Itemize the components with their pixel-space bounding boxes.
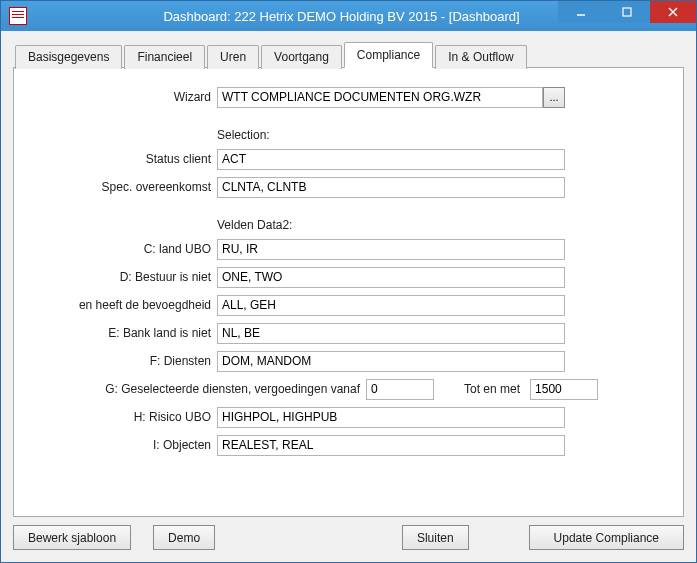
g-vanaf-label: G: Geselecteerde diensten, vergoedingen …: [36, 382, 366, 396]
update-compliance-button[interactable]: Update Compliance: [529, 525, 684, 550]
window-buttons: [558, 1, 696, 23]
g-tot-input[interactable]: [530, 379, 598, 400]
d-bestuur-label: D: Bestuur is niet: [36, 270, 217, 284]
tab-in-outflow[interactable]: In & Outflow: [435, 45, 526, 69]
wizard-input[interactable]: [217, 87, 543, 108]
tab-financieel[interactable]: Financieel: [124, 45, 205, 69]
h-risico-input[interactable]: [217, 407, 565, 428]
app-window: Dashboard: 222 Hetrix DEMO Holding BV 20…: [0, 0, 697, 563]
d-bevoegdheid-label: en heeft de bevoegdheid: [36, 298, 217, 312]
tab-voortgang[interactable]: Voortgang: [261, 45, 342, 69]
c-land-ubo-input[interactable]: [217, 239, 565, 260]
d-bevoegdheid-input[interactable]: [217, 295, 565, 316]
minimize-icon: [576, 7, 586, 17]
client-area: Basisgegevens Financieel Uren Voortgang …: [1, 31, 696, 562]
status-client-label: Status client: [36, 152, 217, 166]
e-bankland-input[interactable]: [217, 323, 565, 344]
svg-rect-1: [623, 8, 631, 16]
i-objecten-label: I: Objecten: [36, 438, 217, 452]
tab-compliance[interactable]: Compliance: [344, 42, 433, 68]
d-bestuur-input[interactable]: [217, 267, 565, 288]
wizard-label: Wizard: [36, 90, 217, 104]
h-risico-label: H: Risico UBO: [36, 410, 217, 424]
demo-button[interactable]: Demo: [153, 525, 215, 550]
tabstrip: Basisgegevens Financieel Uren Voortgang …: [15, 41, 684, 67]
wizard-browse-button[interactable]: ...: [543, 87, 565, 108]
g-vanaf-input[interactable]: [366, 379, 434, 400]
bottom-button-bar: Bewerk sjabloon Demo Sluiten Update Comp…: [13, 525, 684, 550]
spec-overeenkomst-label: Spec. overeenkomst: [36, 180, 217, 194]
bewerk-sjabloon-button[interactable]: Bewerk sjabloon: [13, 525, 131, 550]
section-velden-label: Velden Data2:: [217, 218, 661, 232]
section-selection-label: Selection:: [217, 128, 661, 142]
f-diensten-label: F: Diensten: [36, 354, 217, 368]
minimize-button[interactable]: [558, 1, 604, 23]
tab-uren[interactable]: Uren: [207, 45, 259, 69]
spec-overeenkomst-input[interactable]: [217, 177, 565, 198]
e-bankland-label: E: Bank land is niet: [36, 326, 217, 340]
f-diensten-input[interactable]: [217, 351, 565, 372]
g-tot-label: Tot en met: [464, 382, 520, 396]
close-icon: [668, 7, 678, 17]
maximize-icon: [622, 7, 632, 17]
tab-basisgegevens[interactable]: Basisgegevens: [15, 45, 122, 69]
status-client-input[interactable]: [217, 149, 565, 170]
i-objecten-input[interactable]: [217, 435, 565, 456]
maximize-button[interactable]: [604, 1, 650, 23]
titlebar[interactable]: Dashboard: 222 Hetrix DEMO Holding BV 20…: [1, 1, 696, 31]
close-button[interactable]: [650, 1, 696, 23]
tabpage-compliance: Wizard ... Selection: Status client Spec…: [13, 67, 684, 517]
app-icon: [9, 7, 27, 25]
sluiten-button[interactable]: Sluiten: [402, 525, 469, 550]
c-land-ubo-label: C: land UBO: [36, 242, 217, 256]
